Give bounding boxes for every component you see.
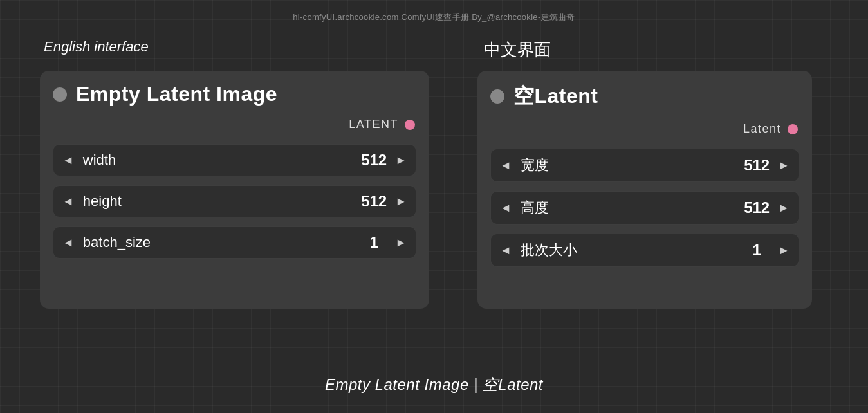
batch-size-increment-button[interactable]: ► xyxy=(395,236,407,250)
node-header-english: Empty Latent Image xyxy=(40,71,429,115)
height-cn-label: 高度 xyxy=(517,198,735,217)
width-value: 512 xyxy=(358,151,390,169)
node-title-english: Empty Latent Image xyxy=(76,82,277,106)
node-card-english: Empty Latent Image LATENT ◄ width 512 ► … xyxy=(40,71,429,309)
param-row-height-cn: ◄ 高度 512 ► xyxy=(490,191,799,225)
height-cn-increment-button[interactable]: ► xyxy=(778,201,790,215)
height-label: height xyxy=(79,193,353,210)
batch-size-label: batch_size xyxy=(79,234,353,251)
width-cn-value: 512 xyxy=(741,156,773,174)
node-status-dot-english xyxy=(53,87,67,102)
width-increment-button[interactable]: ► xyxy=(395,154,407,167)
output-dot-chinese[interactable] xyxy=(788,124,798,134)
node-output-row-english: LATENT xyxy=(40,115,429,138)
height-value: 512 xyxy=(358,192,390,210)
node-status-dot-chinese xyxy=(490,89,504,104)
section-label-english: English interface xyxy=(44,39,149,55)
height-decrement-button[interactable]: ◄ xyxy=(62,195,74,208)
width-cn-increment-button[interactable]: ► xyxy=(778,159,790,172)
param-row-width-cn: ◄ 宽度 512 ► xyxy=(490,149,799,182)
height-cn-value: 512 xyxy=(741,199,773,217)
batch-size-cn-increment-button[interactable]: ► xyxy=(778,244,790,257)
batch-size-cn-label: 批次大小 xyxy=(517,241,735,260)
param-row-batch-size-cn: ◄ 批次大小 1 ► xyxy=(490,234,799,267)
width-label: width xyxy=(79,152,353,169)
width-cn-label: 宽度 xyxy=(517,156,735,175)
height-increment-button[interactable]: ► xyxy=(395,195,407,208)
param-row-height: ◄ height 512 ► xyxy=(53,185,416,217)
node-card-chinese: 空Latent Latent ◄ 宽度 512 ► ◄ 高度 512 ► ◄ 批… xyxy=(477,71,812,309)
params-area-english: ◄ width 512 ► ◄ height 512 ► ◄ batch_siz… xyxy=(40,138,429,271)
footer-caption: Empty Latent Image | 空Latent xyxy=(325,374,543,395)
params-area-chinese: ◄ 宽度 512 ► ◄ 高度 512 ► ◄ 批次大小 1 ► xyxy=(477,142,812,280)
width-decrement-button[interactable]: ◄ xyxy=(62,154,74,167)
height-cn-decrement-button[interactable]: ◄ xyxy=(500,201,512,215)
watermark-text: hi-comfyUI.archcookie.com ComfyUI速查手册 By… xyxy=(293,12,575,23)
batch-size-cn-decrement-button[interactable]: ◄ xyxy=(500,244,512,257)
output-dot-english[interactable] xyxy=(405,120,415,130)
node-header-chinese: 空Latent xyxy=(477,71,812,120)
output-label-chinese: Latent xyxy=(743,122,781,136)
batch-size-decrement-button[interactable]: ◄ xyxy=(62,236,74,250)
batch-size-cn-value: 1 xyxy=(741,241,773,259)
output-label-english: LATENT xyxy=(349,118,398,131)
param-row-width: ◄ width 512 ► xyxy=(53,144,416,176)
section-label-chinese: 中文界面 xyxy=(484,39,551,61)
node-output-row-chinese: Latent xyxy=(477,120,812,142)
param-row-batch-size: ◄ batch_size 1 ► xyxy=(53,226,416,259)
width-cn-decrement-button[interactable]: ◄ xyxy=(500,159,512,172)
batch-size-value: 1 xyxy=(358,234,390,252)
node-title-chinese: 空Latent xyxy=(513,82,598,111)
